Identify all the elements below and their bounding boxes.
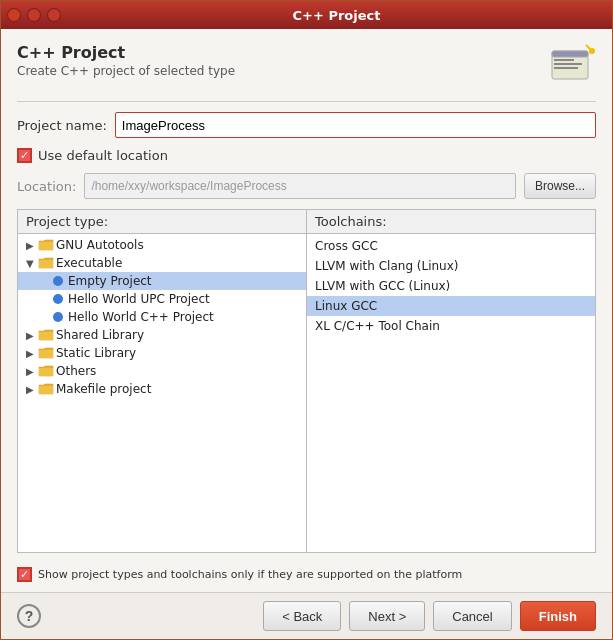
item-label: Linux GCC <box>315 299 377 313</box>
bullet-icon <box>53 294 63 304</box>
location-row: Location: Browse... <box>17 173 596 199</box>
item-label: Hello World UPC Project <box>68 292 210 306</box>
bullet-icon <box>53 276 63 286</box>
list-item[interactable]: ▶ Shared Library <box>18 326 306 344</box>
item-label: XL C/C++ Tool Chain <box>315 319 440 333</box>
show-supported-label: Show project types and toolchains only i… <box>38 568 462 581</box>
item-label: Empty Project <box>68 274 152 288</box>
next-button[interactable]: Next > <box>349 601 425 631</box>
folder-icon <box>38 364 54 378</box>
svg-point-6 <box>589 48 595 54</box>
dialog-subtitle: Create C++ project of selected type <box>17 64 235 78</box>
lists-section: Project type: ▶ GNU Autotools ▼ <box>17 209 596 553</box>
cancel-button[interactable]: Cancel <box>433 601 511 631</box>
dialog-icon <box>548 43 596 91</box>
item-label: Shared Library <box>56 328 144 342</box>
list-item[interactable]: Linux GCC <box>307 296 595 316</box>
folder-icon <box>38 238 54 252</box>
list-item[interactable]: ▶ Hello World UPC Project <box>18 290 306 308</box>
titlebar: C++ Project <box>1 1 612 29</box>
list-item[interactable]: ▶ GNU Autotools <box>18 236 306 254</box>
list-item[interactable]: LLVM with Clang (Linux) <box>307 256 595 276</box>
minimize-button[interactable] <box>27 8 41 22</box>
browse-button[interactable]: Browse... <box>524 173 596 199</box>
use-default-row[interactable]: Use default location <box>17 148 596 163</box>
item-label: Makefile project <box>56 382 151 396</box>
item-label: Cross GCC <box>315 239 378 253</box>
svg-rect-1 <box>552 51 588 57</box>
item-label: Static Library <box>56 346 136 360</box>
finish-button[interactable]: Finish <box>520 601 596 631</box>
project-type-panel: Project type: ▶ GNU Autotools ▼ <box>17 209 307 553</box>
toolchains-panel: Toolchains: Cross GCC LLVM with Clang (L… <box>307 209 596 553</box>
window-title: C++ Project <box>67 8 606 23</box>
list-item[interactable]: ▶ Makefile project <box>18 380 306 398</box>
list-item[interactable]: Cross GCC <box>307 236 595 256</box>
folder-icon <box>38 382 54 396</box>
header-divider <box>17 101 596 102</box>
list-item[interactable]: ▶ Empty Project <box>18 272 306 290</box>
list-item[interactable]: ▼ Executable <box>18 254 306 272</box>
close-button[interactable] <box>7 8 21 22</box>
svg-rect-4 <box>554 67 578 69</box>
dialog-header: C++ Project Create C++ project of select… <box>17 43 596 91</box>
item-label: Executable <box>56 256 122 270</box>
item-label: Hello World C++ Project <box>68 310 214 324</box>
bullet-icon <box>53 312 63 322</box>
expand-arrow: ▶ <box>26 384 36 395</box>
svg-rect-3 <box>554 63 582 65</box>
expand-arrow: ▶ <box>26 330 36 341</box>
back-button[interactable]: < Back <box>263 601 341 631</box>
show-supported-row: Show project types and toolchains only i… <box>17 567 596 582</box>
location-input <box>84 173 516 199</box>
expand-arrow: ▶ <box>26 240 36 251</box>
project-name-label: Project name: <box>17 118 107 133</box>
expand-arrow: ▶ <box>26 366 36 377</box>
list-item[interactable]: LLVM with GCC (Linux) <box>307 276 595 296</box>
list-item[interactable]: ▶ Hello World C++ Project <box>18 308 306 326</box>
cpp-icon <box>548 43 596 91</box>
location-label: Location: <box>17 179 76 194</box>
use-default-checkbox[interactable] <box>17 148 32 163</box>
main-window: C++ Project C++ Project Create C++ proje… <box>0 0 613 640</box>
item-label: GNU Autotools <box>56 238 144 252</box>
project-name-row: Project name: <box>17 112 596 138</box>
toolchains-list: Cross GCC LLVM with Clang (Linux) LLVM w… <box>307 234 595 552</box>
list-item[interactable]: ▶ Others <box>18 362 306 380</box>
expand-arrow: ▼ <box>26 258 36 269</box>
toolchains-header: Toolchains: <box>307 210 595 234</box>
expand-arrow: ▶ <box>26 348 36 359</box>
item-label: Others <box>56 364 96 378</box>
show-supported-checkbox[interactable] <box>17 567 32 582</box>
project-name-input[interactable] <box>115 112 596 138</box>
folder-icon <box>38 346 54 360</box>
list-item[interactable]: XL C/C++ Tool Chain <box>307 316 595 336</box>
svg-rect-2 <box>554 59 574 61</box>
use-default-label: Use default location <box>38 148 168 163</box>
bottom-bar: ? < Back Next > Cancel Finish <box>1 592 612 639</box>
folder-icon <box>38 256 54 270</box>
maximize-button[interactable] <box>47 8 61 22</box>
help-button[interactable]: ? <box>17 604 41 628</box>
item-label: LLVM with Clang (Linux) <box>315 259 459 273</box>
list-item[interactable]: ▶ Static Library <box>18 344 306 362</box>
folder-icon <box>38 328 54 342</box>
dialog-content: C++ Project Create C++ project of select… <box>1 29 612 592</box>
project-type-header: Project type: <box>18 210 306 234</box>
item-label: LLVM with GCC (Linux) <box>315 279 450 293</box>
dialog-title: C++ Project <box>17 43 235 62</box>
project-type-list: ▶ GNU Autotools ▼ Executable <box>18 234 306 552</box>
